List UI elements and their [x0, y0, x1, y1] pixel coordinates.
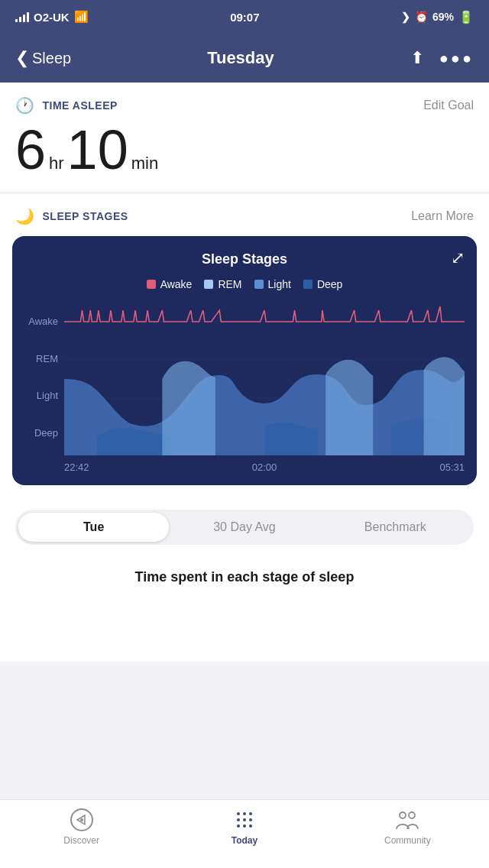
- y-label-light: Light: [24, 390, 64, 401]
- bottom-tab-bar: Discover Today: [0, 799, 489, 868]
- legend-rem: REM: [204, 278, 241, 290]
- today-icon: [232, 808, 257, 832]
- today-label: Today: [232, 835, 257, 846]
- svg-point-9: [243, 812, 246, 815]
- alarm-icon: ⏰: [415, 11, 428, 23]
- minutes-unit: min: [131, 154, 158, 173]
- awake-dot: [147, 280, 156, 289]
- back-chevron-icon: ❮: [15, 48, 29, 68]
- nav-bar: ❮ Sleep Tuesday ⬆ ●●●: [0, 34, 489, 83]
- x-label-end: 05:31: [439, 462, 465, 473]
- battery-label: 69%: [432, 11, 454, 23]
- sleep-stages-svg: [64, 303, 465, 455]
- tab-bar-discover[interactable]: Discover: [0, 808, 163, 846]
- bottom-section: Time spent in each stage of sleep: [0, 557, 489, 593]
- time-display: 09:07: [230, 11, 259, 24]
- time-asleep-header: 🕐 TIME ASLEEP Edit Goal: [0, 83, 489, 119]
- tabs-section: Tue 30 Day Avg Benchmark: [0, 497, 489, 557]
- x-label-mid: 02:00: [252, 462, 277, 473]
- status-bar: O2-UK 📶 09:07 ❯ ⏰ 69% 🔋: [0, 0, 489, 34]
- back-label: Sleep: [32, 50, 71, 67]
- tabs-container: Tue 30 Day Avg Benchmark: [15, 510, 474, 545]
- svg-point-13: [249, 818, 252, 821]
- rem-dot: [204, 280, 213, 289]
- svg-point-18: [409, 812, 415, 818]
- tab-bar-community[interactable]: Community: [326, 808, 489, 846]
- share-icon[interactable]: ⬆: [410, 48, 424, 68]
- tab-30day[interactable]: 30 Day Avg: [169, 513, 319, 542]
- legend-awake-label: Awake: [160, 278, 193, 290]
- svg-point-7: [80, 818, 83, 821]
- y-axis-labels: Awake REM Light Deep: [24, 303, 64, 455]
- svg-point-8: [237, 812, 240, 815]
- location-icon: ❯: [401, 11, 410, 23]
- deep-dot: [303, 280, 313, 289]
- tab-bar-today[interactable]: Today: [163, 808, 325, 846]
- svg-point-16: [249, 824, 252, 828]
- legend-light: Light: [254, 278, 291, 290]
- x-axis-labels: 22:42 02:00 05:31: [64, 462, 465, 473]
- hours-unit: hr: [49, 154, 64, 173]
- y-label-deep: Deep: [24, 427, 64, 439]
- legend-deep: Deep: [303, 278, 342, 290]
- svg-point-15: [243, 824, 246, 828]
- back-button[interactable]: ❮ Sleep: [15, 48, 71, 68]
- sleep-chart-container: Sleep Stages ⤢ Awake REM Light D: [12, 236, 477, 485]
- chart-title: Sleep Stages: [24, 251, 465, 267]
- sleep-moon-icon: 🌙: [15, 207, 35, 225]
- legend-deep-label: Deep: [317, 278, 342, 290]
- tab-bar-spacer: [0, 593, 489, 662]
- legend-rem-label: REM: [218, 278, 241, 290]
- time-asleep-label: 🕐 TIME ASLEEP: [15, 96, 118, 115]
- expand-chart-button[interactable]: ⤢: [451, 248, 465, 268]
- clock-icon: 🕐: [15, 96, 35, 115]
- nav-title: Tuesday: [207, 48, 274, 68]
- learn-more-button[interactable]: Learn More: [411, 209, 474, 223]
- time-asleep-value: 6 hr 10 min: [0, 119, 489, 193]
- signal-bars: [15, 11, 29, 22]
- tab-tue[interactable]: Tue: [18, 513, 169, 542]
- sleep-stages-header: 🌙 SLEEP STAGES Learn More: [0, 201, 489, 236]
- svg-point-10: [249, 812, 252, 815]
- edit-goal-button[interactable]: Edit Goal: [423, 99, 474, 112]
- legend-awake: Awake: [147, 278, 193, 290]
- svg-point-12: [243, 818, 246, 821]
- light-dot: [254, 280, 264, 289]
- battery-icon: 🔋: [458, 10, 474, 24]
- legend-light-label: Light: [268, 278, 291, 290]
- status-left: O2-UK 📶: [15, 10, 89, 24]
- content-area: 🕐 TIME ASLEEP Edit Goal 6 hr 10 min 🌙 SL…: [0, 83, 489, 662]
- status-right: ❯ ⏰ 69% 🔋: [401, 10, 474, 24]
- community-icon: [395, 808, 419, 832]
- community-label: Community: [384, 835, 431, 846]
- y-label-awake: Awake: [24, 316, 64, 327]
- svg-point-11: [237, 818, 240, 821]
- more-icon[interactable]: ●●●: [439, 50, 474, 67]
- nav-actions: ⬆ ●●●: [410, 48, 474, 68]
- carrier-label: O2-UK: [34, 11, 70, 24]
- minutes-value: 10: [67, 122, 128, 177]
- chart-legend: Awake REM Light Deep: [24, 278, 465, 290]
- svg-point-17: [400, 812, 406, 818]
- sleep-stages-section: 🌙 SLEEP STAGES Learn More Sleep Stages ⤢…: [0, 193, 489, 485]
- wifi-icon: 📶: [74, 10, 89, 24]
- svg-point-14: [237, 824, 240, 828]
- chart-svg-area: [64, 303, 465, 458]
- chart-svg-wrapper: Awake REM Light Deep: [24, 303, 465, 473]
- y-label-rem: REM: [24, 353, 64, 364]
- x-label-start: 22:42: [64, 462, 89, 473]
- hours-value: 6: [15, 122, 46, 177]
- discover-label: Discover: [63, 835, 99, 846]
- bottom-section-title: Time spent in each stage of sleep: [15, 569, 474, 585]
- discover-icon: [70, 808, 94, 832]
- sleep-stages-label: 🌙 SLEEP STAGES: [15, 207, 128, 225]
- tab-benchmark[interactable]: Benchmark: [320, 513, 471, 542]
